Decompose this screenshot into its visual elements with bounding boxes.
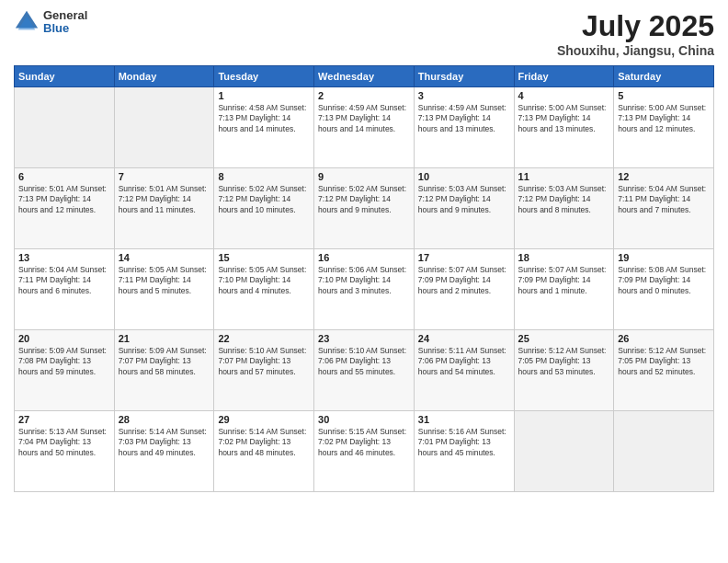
day-number: 1 [218, 90, 310, 101]
cell-info: Sunrise: 5:02 AM Sunset: 7:12 PM Dayligh… [218, 184, 310, 215]
calendar-cell: 25Sunrise: 5:12 AM Sunset: 7:05 PM Dayli… [514, 330, 614, 411]
day-number: 17 [418, 252, 510, 263]
cell-info: Sunrise: 4:59 AM Sunset: 7:13 PM Dayligh… [318, 103, 410, 134]
calendar-cell: 15Sunrise: 5:05 AM Sunset: 7:10 PM Dayli… [214, 249, 314, 330]
day-header-friday: Friday [514, 66, 614, 87]
cell-info: Sunrise: 5:09 AM Sunset: 7:07 PM Dayligh… [119, 346, 210, 377]
calendar: SundayMondayTuesdayWednesdayThursdayFrid… [14, 65, 714, 492]
calendar-cell: 24Sunrise: 5:11 AM Sunset: 7:06 PM Dayli… [414, 330, 514, 411]
calendar-cell: 27Sunrise: 5:13 AM Sunset: 7:04 PM Dayli… [15, 411, 115, 492]
cell-info: Sunrise: 5:14 AM Sunset: 7:02 PM Dayligh… [218, 427, 310, 458]
calendar-cell: 8Sunrise: 5:02 AM Sunset: 7:12 PM Daylig… [214, 168, 314, 249]
calendar-cell: 9Sunrise: 5:02 AM Sunset: 7:12 PM Daylig… [314, 168, 415, 249]
calendar-cell: 20Sunrise: 5:09 AM Sunset: 7:08 PM Dayli… [15, 330, 115, 411]
day-number: 22 [218, 333, 310, 344]
calendar-cell: 11Sunrise: 5:03 AM Sunset: 7:12 PM Dayli… [514, 168, 614, 249]
day-header-sunday: Sunday [15, 66, 115, 87]
calendar-cell: 17Sunrise: 5:07 AM Sunset: 7:09 PM Dayli… [414, 249, 514, 330]
day-number: 20 [18, 333, 110, 344]
calendar-cell: 29Sunrise: 5:14 AM Sunset: 7:02 PM Dayli… [214, 411, 314, 492]
cell-info: Sunrise: 5:04 AM Sunset: 7:11 PM Dayligh… [618, 184, 710, 215]
calendar-cell [614, 411, 714, 492]
calendar-cell: 5Sunrise: 5:00 AM Sunset: 7:13 PM Daylig… [614, 87, 714, 168]
day-number: 26 [618, 333, 710, 344]
calendar-cell: 12Sunrise: 5:04 AM Sunset: 7:11 PM Dayli… [614, 168, 714, 249]
day-number: 12 [618, 171, 710, 182]
calendar-cell: 18Sunrise: 5:07 AM Sunset: 7:09 PM Dayli… [514, 249, 614, 330]
calendar-cell: 26Sunrise: 5:12 AM Sunset: 7:05 PM Dayli… [614, 330, 714, 411]
cell-info: Sunrise: 5:05 AM Sunset: 7:11 PM Dayligh… [119, 265, 210, 296]
calendar-cell: 14Sunrise: 5:05 AM Sunset: 7:11 PM Dayli… [114, 249, 214, 330]
logo-blue: Blue [43, 22, 87, 35]
day-number: 3 [418, 90, 510, 101]
calendar-cell: 28Sunrise: 5:14 AM Sunset: 7:03 PM Dayli… [114, 411, 214, 492]
cell-info: Sunrise: 5:11 AM Sunset: 7:06 PM Dayligh… [418, 346, 510, 377]
calendar-cell: 16Sunrise: 5:06 AM Sunset: 7:10 PM Dayli… [314, 249, 415, 330]
day-header-saturday: Saturday [614, 66, 714, 87]
day-number: 30 [318, 414, 410, 425]
day-number: 31 [418, 414, 510, 425]
logo-general: General [43, 9, 87, 22]
calendar-cell [15, 87, 115, 168]
day-header-tuesday: Tuesday [214, 66, 314, 87]
cell-info: Sunrise: 5:08 AM Sunset: 7:09 PM Dayligh… [618, 265, 710, 296]
logo-icon [14, 9, 40, 35]
week-row-4: 27Sunrise: 5:13 AM Sunset: 7:04 PM Dayli… [15, 411, 714, 492]
calendar-cell: 30Sunrise: 5:15 AM Sunset: 7:02 PM Dayli… [314, 411, 415, 492]
calendar-cell: 31Sunrise: 5:16 AM Sunset: 7:01 PM Dayli… [414, 411, 514, 492]
cell-info: Sunrise: 4:58 AM Sunset: 7:13 PM Dayligh… [218, 103, 310, 134]
day-number: 29 [218, 414, 310, 425]
calendar-cell: 7Sunrise: 5:01 AM Sunset: 7:12 PM Daylig… [114, 168, 214, 249]
cell-info: Sunrise: 4:59 AM Sunset: 7:13 PM Dayligh… [418, 103, 510, 134]
cell-info: Sunrise: 5:12 AM Sunset: 7:05 PM Dayligh… [518, 346, 610, 377]
cell-info: Sunrise: 5:10 AM Sunset: 7:07 PM Dayligh… [218, 346, 310, 377]
title-block: July 2025 Shouxihu, Jiangsu, China [557, 9, 714, 58]
day-number: 4 [518, 90, 610, 101]
calendar-cell: 13Sunrise: 5:04 AM Sunset: 7:11 PM Dayli… [15, 249, 115, 330]
day-number: 21 [119, 333, 210, 344]
day-header-wednesday: Wednesday [314, 66, 415, 87]
cell-info: Sunrise: 5:00 AM Sunset: 7:13 PM Dayligh… [618, 103, 710, 134]
cell-info: Sunrise: 5:13 AM Sunset: 7:04 PM Dayligh… [18, 427, 110, 458]
day-number: 6 [18, 171, 110, 182]
cell-info: Sunrise: 5:05 AM Sunset: 7:10 PM Dayligh… [218, 265, 310, 296]
day-number: 19 [618, 252, 710, 263]
page: General Blue July 2025 Shouxihu, Jiangsu… [0, 0, 728, 563]
cell-info: Sunrise: 5:03 AM Sunset: 7:12 PM Dayligh… [418, 184, 510, 215]
logo-text: General Blue [43, 9, 87, 36]
day-number: 13 [18, 252, 110, 263]
cell-info: Sunrise: 5:12 AM Sunset: 7:05 PM Dayligh… [618, 346, 710, 377]
cell-info: Sunrise: 5:15 AM Sunset: 7:02 PM Dayligh… [318, 427, 410, 458]
calendar-body: 1Sunrise: 4:58 AM Sunset: 7:13 PM Daylig… [15, 87, 714, 492]
cell-info: Sunrise: 5:06 AM Sunset: 7:10 PM Dayligh… [318, 265, 410, 296]
day-header-thursday: Thursday [414, 66, 514, 87]
week-row-2: 13Sunrise: 5:04 AM Sunset: 7:11 PM Dayli… [15, 249, 714, 330]
cell-info: Sunrise: 5:02 AM Sunset: 7:12 PM Dayligh… [318, 184, 410, 215]
cell-info: Sunrise: 5:09 AM Sunset: 7:08 PM Dayligh… [18, 346, 110, 377]
calendar-cell: 2Sunrise: 4:59 AM Sunset: 7:13 PM Daylig… [314, 87, 415, 168]
header: General Blue July 2025 Shouxihu, Jiangsu… [14, 9, 714, 58]
cell-info: Sunrise: 5:14 AM Sunset: 7:03 PM Dayligh… [119, 427, 210, 458]
cell-info: Sunrise: 5:07 AM Sunset: 7:09 PM Dayligh… [418, 265, 510, 296]
calendar-cell: 19Sunrise: 5:08 AM Sunset: 7:09 PM Dayli… [614, 249, 714, 330]
calendar-cell: 21Sunrise: 5:09 AM Sunset: 7:07 PM Dayli… [114, 330, 214, 411]
day-headers-row: SundayMondayTuesdayWednesdayThursdayFrid… [15, 66, 714, 87]
calendar-cell: 6Sunrise: 5:01 AM Sunset: 7:13 PM Daylig… [15, 168, 115, 249]
day-number: 2 [318, 90, 410, 101]
cell-info: Sunrise: 5:04 AM Sunset: 7:11 PM Dayligh… [18, 265, 110, 296]
calendar-cell: 23Sunrise: 5:10 AM Sunset: 7:06 PM Dayli… [314, 330, 415, 411]
week-row-0: 1Sunrise: 4:58 AM Sunset: 7:13 PM Daylig… [15, 87, 714, 168]
calendar-cell: 10Sunrise: 5:03 AM Sunset: 7:12 PM Dayli… [414, 168, 514, 249]
day-number: 28 [119, 414, 210, 425]
location: Shouxihu, Jiangsu, China [557, 43, 714, 58]
day-number: 23 [318, 333, 410, 344]
calendar-cell [514, 411, 614, 492]
day-number: 8 [218, 171, 310, 182]
day-number: 15 [218, 252, 310, 263]
cell-info: Sunrise: 5:01 AM Sunset: 7:13 PM Dayligh… [18, 184, 110, 215]
cell-info: Sunrise: 5:00 AM Sunset: 7:13 PM Dayligh… [518, 103, 610, 134]
calendar-cell: 1Sunrise: 4:58 AM Sunset: 7:13 PM Daylig… [214, 87, 314, 168]
cell-info: Sunrise: 5:16 AM Sunset: 7:01 PM Dayligh… [418, 427, 510, 458]
day-number: 14 [119, 252, 210, 263]
calendar-cell [114, 87, 214, 168]
